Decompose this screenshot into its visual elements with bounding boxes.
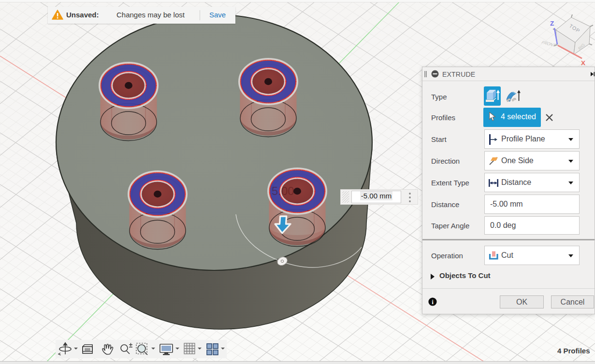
svg-text:X: X: [581, 59, 585, 67]
svg-text:FRONT: FRONT: [540, 40, 557, 47]
svg-text:Z: Z: [550, 20, 554, 27]
svg-text:5.00: 5.00: [272, 184, 294, 197]
svg-text:i: i: [432, 298, 434, 306]
